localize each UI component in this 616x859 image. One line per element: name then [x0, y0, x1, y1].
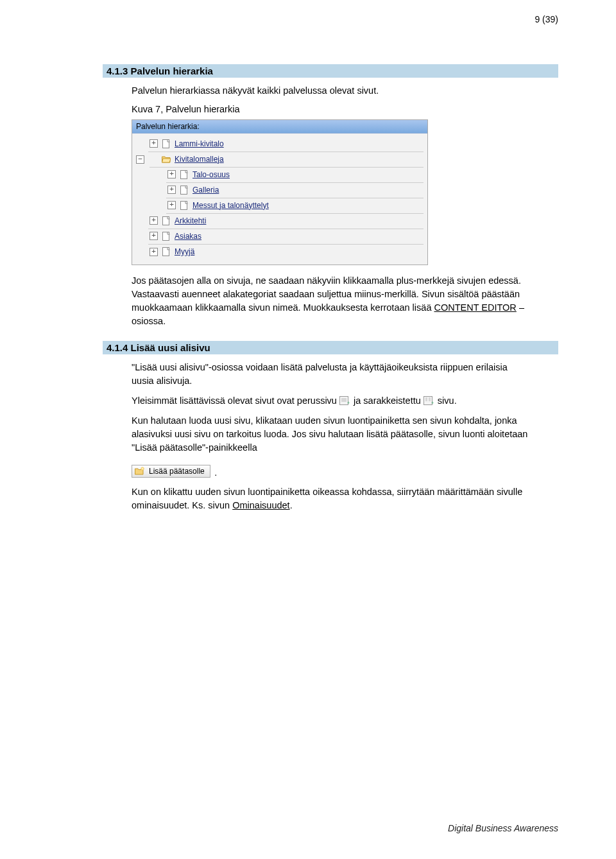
hierarchy-panel: Palvelun hierarkia: + Lammi-kivitalo − [132, 119, 428, 265]
tree-row[interactable]: + Lammi-kivitalo [136, 136, 424, 152]
page-icon [162, 247, 171, 256]
panel-header: Palvelun hierarkia: [132, 120, 427, 134]
page-icon [162, 216, 171, 225]
expand-spacer [136, 233, 143, 240]
tree-row[interactable]: + Asiakas [136, 229, 424, 244]
svg-rect-5 [163, 232, 169, 240]
expand-icon[interactable]: + [150, 248, 158, 256]
footer: Digital Business Awareness [448, 823, 558, 833]
expand-spacer [154, 202, 161, 209]
svg-rect-2 [181, 186, 187, 194]
content-editor-link: CONTENT EDITOR [434, 302, 516, 313]
svg-text:+: + [431, 401, 434, 405]
tree-row[interactable]: − Kivitalomalleja [136, 152, 424, 167]
tree-label[interactable]: Arkkitehti [175, 216, 206, 225]
para-413-1: Palvelun hierarkiassa näkyvät kaikki pal… [132, 84, 529, 98]
text-span: ja sarakkeistettu [354, 395, 424, 406]
text-span: sivu. [438, 395, 457, 406]
tree-label[interactable]: Messut ja talonäyttelyt [193, 201, 269, 210]
tree-label[interactable]: Lammi-kivitalo [175, 139, 224, 148]
page-icon [162, 232, 171, 241]
svg-rect-3 [181, 201, 187, 209]
tree-label[interactable]: Talo-osuus [193, 170, 230, 179]
folder-open-icon [162, 155, 171, 164]
tree-label[interactable]: Kivitalomalleja [175, 155, 224, 164]
expand-spacer [136, 248, 143, 256]
tree-label[interactable]: Myyjä [175, 247, 194, 256]
hierarchy-tree: + Lammi-kivitalo − Kivitalomalleja [132, 134, 427, 265]
expand-icon[interactable]: + [150, 216, 158, 225]
page-number: 9 (39) [535, 14, 558, 24]
tree-row[interactable]: + Talo-osuus [136, 167, 424, 182]
tree-row[interactable]: + Myyjä [136, 244, 424, 259]
expand-icon[interactable]: + [150, 232, 158, 240]
tree-label[interactable]: Asiakas [175, 232, 201, 241]
expand-icon[interactable]: + [167, 170, 176, 178]
text-span: Kun on klikattu uuden sivun luontipainik… [132, 487, 522, 510]
svg-rect-0 [163, 139, 169, 148]
section-heading-414: 4.1.4 Lisää uusi alisivu [103, 341, 558, 354]
svg-text:+: + [347, 401, 350, 405]
text-span: . [290, 500, 293, 510]
svg-rect-4 [163, 216, 169, 225]
page-icon [162, 139, 171, 148]
expand-spacer [154, 187, 161, 194]
para-413-2: Jos päätasojen alla on sivuja, ne saadaa… [132, 274, 529, 328]
tree-row[interactable]: + Arkkitehti [136, 213, 424, 229]
section-heading-413: 4.1.3 Palvelun hierarkia [103, 64, 558, 78]
svg-rect-6 [163, 248, 169, 256]
page-icon [180, 186, 189, 195]
period: . [214, 467, 217, 478]
expand-icon[interactable]: + [167, 201, 176, 209]
page-icon [180, 201, 189, 210]
new-folder-icon [135, 467, 145, 476]
expand-icon[interactable]: + [150, 139, 158, 148]
button-label: Lisää päätasolle [149, 467, 205, 476]
expand-spacer [136, 141, 143, 148]
para-414-2: Yleisimmät lisättävissä olevat sivut ova… [132, 394, 529, 408]
expand-spacer [154, 171, 161, 178]
tree-row[interactable]: + Messut ja talonäyttelyt [136, 198, 424, 213]
text-span: Yleisimmät lisättävissä olevat sivut ova… [132, 395, 339, 406]
figure-caption-7: Kuva 7, Palvelun hierarkia [132, 104, 529, 114]
expand-spacer [136, 218, 143, 225]
expand-icon[interactable]: + [167, 186, 176, 194]
tree-row[interactable]: + Galleria [136, 182, 424, 198]
svg-rect-1 [181, 170, 187, 178]
expand-spacer [151, 155, 158, 162]
basic-page-icon: + [339, 395, 351, 404]
properties-link: Ominaisuudet [232, 500, 289, 510]
para-414-1: "Lisää uusi alisivu"-osiossa voidaan lis… [132, 361, 529, 388]
add-toplevel-button[interactable]: Lisää päätasolle [132, 465, 210, 478]
collapse-icon[interactable]: − [136, 155, 144, 164]
tree-label[interactable]: Galleria [193, 186, 219, 195]
para-414-4: Kun on klikattu uuden sivun luontipainik… [132, 485, 529, 512]
page-icon [180, 170, 189, 179]
para-414-3: Kun halutaan luoda uusi sivu, klikataan … [132, 414, 529, 455]
column-page-icon: + [424, 395, 435, 404]
